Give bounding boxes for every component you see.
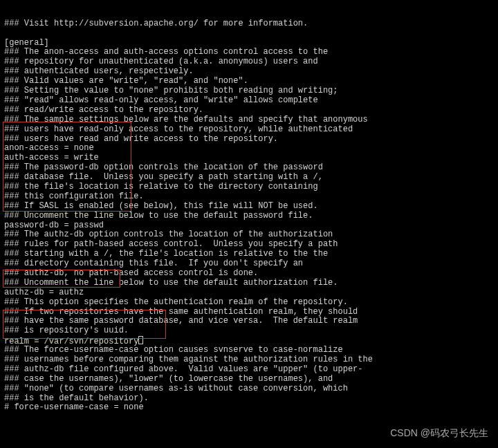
watermark-text: CSDN @码农弓长先生 [390, 429, 488, 438]
config-line: ### is the default behavior). [4, 394, 498, 404]
config-line [4, 29, 498, 39]
config-line: ### is repository's uuid. [4, 326, 498, 336]
config-line: ### usernames before comparing them agai… [4, 355, 498, 365]
config-line: ### Setting the value to "none" prohibit… [4, 86, 498, 96]
config-line: ### directory containing this file. If y… [4, 259, 498, 269]
config-line: ### authz-db, no path-based access contr… [4, 269, 498, 279]
config-line: ### starting with a /, the file's locati… [4, 250, 498, 259]
config-line: ### users have read and write access to … [4, 135, 498, 144]
config-line: ### The authz-db option controls the loc… [4, 230, 498, 240]
config-line: # force-username-case = none [4, 403, 498, 413]
config-line: ### Uncomment the line below to use the … [4, 212, 498, 221]
config-line: ### "none" (to compare usernames as-is w… [4, 384, 498, 394]
config-line: ### Uncomment the line below to use the … [4, 279, 498, 288]
config-line: ### authz-db file configured above. Vali… [4, 365, 498, 375]
config-line: ### this configuration file. [4, 192, 498, 202]
config-line: ### Visit http://subversion.apache.org/ … [4, 19, 498, 29]
config-line: ### This option specifies the authentica… [4, 298, 498, 308]
config-line: ### Valid values are "write", "read", an… [4, 77, 498, 86]
config-line: ### If two repositories have the same au… [4, 308, 498, 317]
config-line: ### the file's location is relative to t… [4, 183, 498, 192]
config-line: ### If SASL is enabled (see below), this… [4, 202, 498, 212]
config-file-content: ### Visit http://subversion.apache.org/ … [4, 19, 498, 413]
config-line: ### The force-username-case option cause… [4, 346, 498, 355]
config-line: ### repository for unauthenticated (a.k.… [4, 57, 498, 67]
config-line: [general] [4, 39, 498, 48]
config-line: ### case the usernames), "lower" (to low… [4, 375, 498, 384]
config-line: realm = /var/svn/repository [4, 336, 498, 346]
config-line: authz-db = authz [4, 288, 498, 298]
config-line: ### The anon-access and auth-access opti… [4, 48, 498, 57]
config-line: ### rules for path-based access control.… [4, 240, 498, 250]
config-line: ### "read" allows read-only access, and … [4, 96, 498, 106]
config-line: ### The password-db option controls the … [4, 163, 498, 173]
config-line: ### have the same password database, and… [4, 317, 498, 326]
config-line: ### The sample settings below are the de… [4, 115, 498, 125]
config-line: auth-access = write [4, 153, 498, 163]
config-line: ### read/write access to the repository. [4, 106, 498, 115]
terminal-view: ### Visit http://subversion.apache.org/ … [0, 0, 498, 448]
config-line: password-db = passwd [4, 221, 498, 231]
config-line: anon-access = none [4, 144, 498, 153]
config-line: ### database file. Unless you specify a … [4, 173, 498, 183]
config-line: ### users have read-only access to the r… [4, 125, 498, 135]
cursor [138, 336, 143, 344]
config-line: ### authenticated users, respectively. [4, 67, 498, 77]
